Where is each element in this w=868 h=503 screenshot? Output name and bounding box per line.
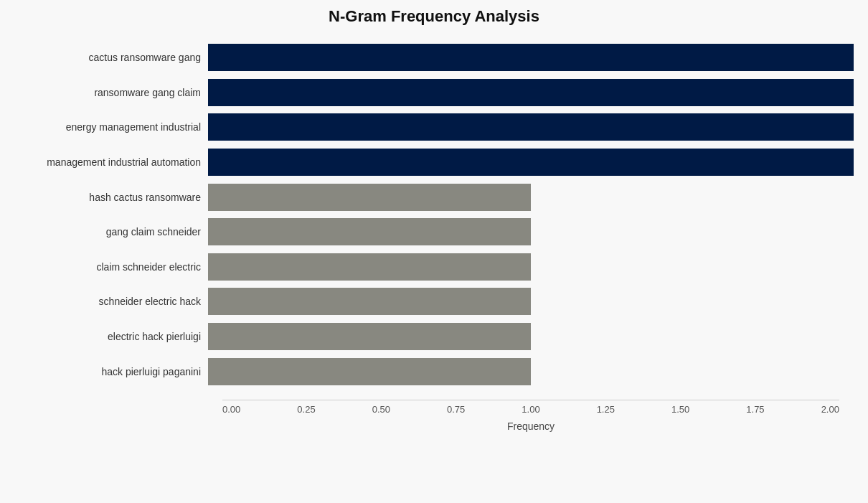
bar-track [208,184,854,211]
bar-fill [208,323,531,350]
bar-track [208,44,854,71]
x-tick-label: 1.00 [522,404,539,415]
x-tick-label: 1.25 [597,404,615,415]
bar-label: management industrial automation [14,156,208,168]
bar-row: hash cactus ransomware [14,179,854,215]
bar-track [208,79,854,106]
bar-fill [208,79,854,106]
bar-row: electric hack pierluigi [14,319,854,354]
bar-label: schneider electric hack [14,296,208,307]
bar-label: cactus ransomware gang [14,52,208,63]
bar-row: cactus ransomware gang [14,40,854,75]
chart-title: N-Gram Frequency Analysis [14,7,854,26]
bar-row: claim schneider electric [14,250,854,285]
x-tick-label: 0.25 [297,404,315,415]
bar-fill [208,288,531,315]
bar-label: hash cactus ransomware [14,192,208,203]
x-axis-label: Frequency [222,420,839,432]
chart-container: N-Gram Frequency Analysis cactus ransomw… [0,0,868,503]
bar-fill [208,113,854,141]
bar-label: ransomware gang claim [14,87,208,98]
x-tick-label: 1.50 [671,404,689,415]
x-tick-label: 0.75 [447,404,465,415]
bar-track [208,358,854,385]
bar-track [208,149,854,176]
chart-area: cactus ransomware gangransomware gang cl… [14,40,854,389]
bar-track [208,253,854,281]
x-axis: 0.000.250.500.751.001.251.501.752.00 Fre… [222,400,839,432]
bar-row: management industrial automation [14,145,854,180]
x-tick-label: 1.75 [746,404,764,415]
x-tick-label: 2.00 [821,404,839,415]
bar-label: energy management industrial [14,121,208,133]
bar-label: claim schneider electric [14,261,208,273]
bar-track [208,218,854,245]
x-tick-label: 0.00 [222,404,240,415]
bar-track [208,113,854,141]
bar-track [208,288,854,315]
bar-row: hack pierluigi paganini [14,354,854,389]
bar-fill [208,184,531,211]
bar-fill [208,218,531,245]
bar-fill [208,149,854,176]
bar-row: schneider electric hack [14,284,854,319]
x-tick-label: 0.50 [372,404,390,415]
bar-track [208,323,854,350]
bar-label: gang claim schneider [14,226,208,238]
bar-fill [208,358,531,385]
bar-row: energy management industrial [14,110,854,145]
bar-label: hack pierluigi paganini [14,366,208,377]
bar-row: gang claim schneider [14,215,854,250]
bar-fill [208,44,854,71]
bar-row: ransomware gang claim [14,75,854,111]
bar-fill [208,253,531,281]
bar-label: electric hack pierluigi [14,331,208,342]
